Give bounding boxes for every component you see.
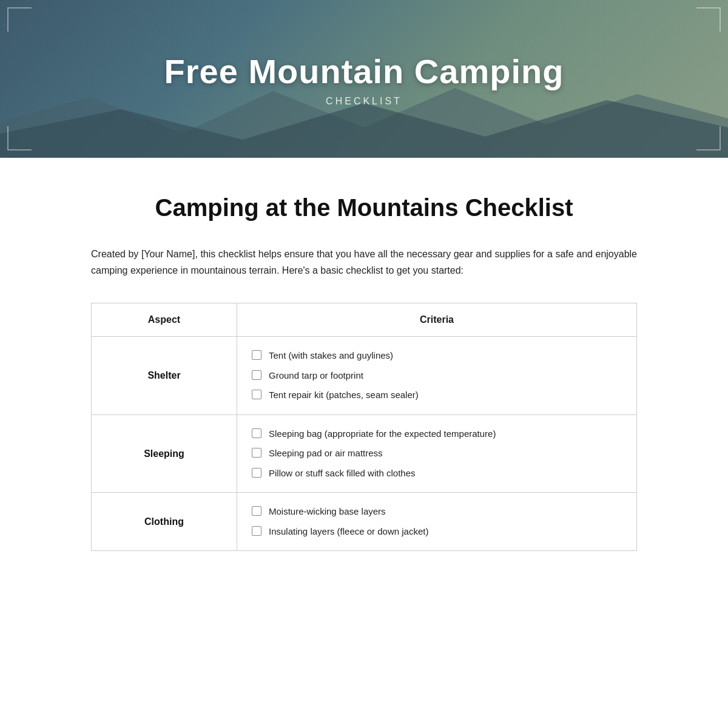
checklist-item: Moisture-wicking base layers bbox=[252, 505, 622, 519]
checkbox[interactable] bbox=[252, 390, 261, 399]
criteria-cell-0: Tent (with stakes and guylines)Ground ta… bbox=[237, 337, 637, 415]
checklist-item: Pillow or stuff sack filled with clothes bbox=[252, 467, 622, 481]
checkbox[interactable] bbox=[252, 448, 261, 458]
item-text: Sleeping bag (appropriate for the expect… bbox=[269, 427, 496, 441]
checkbox[interactable] bbox=[252, 468, 261, 478]
checkbox[interactable] bbox=[252, 428, 261, 438]
checklist-item: Tent (with stakes and guylines) bbox=[252, 349, 622, 363]
corner-decoration-br bbox=[696, 126, 721, 150]
corner-decoration-tr bbox=[696, 7, 721, 32]
col-aspect-header: Aspect bbox=[92, 303, 237, 337]
main-content: Camping at the Mountains Checklist Creat… bbox=[79, 158, 649, 575]
criteria-cell-2: Moisture-wicking base layersInsulating l… bbox=[237, 493, 637, 551]
item-text: Ground tarp or footprint bbox=[269, 369, 363, 383]
item-text: Sleeping pad or air mattress bbox=[269, 447, 383, 461]
item-text: Pillow or stuff sack filled with clothes bbox=[269, 467, 416, 481]
checklist-item: Ground tarp or footprint bbox=[252, 369, 622, 383]
table-row: SleepingSleeping bag (appropriate for th… bbox=[92, 414, 637, 493]
aspect-cell-2: Clothing bbox=[92, 493, 237, 551]
corner-decoration-bl bbox=[7, 126, 32, 150]
intro-paragraph: Created by [Your Name], this checklist h… bbox=[91, 246, 637, 279]
table-row: ShelterTent (with stakes and guylines)Gr… bbox=[92, 337, 637, 415]
checklist-table: Aspect Criteria ShelterTent (with stakes… bbox=[91, 303, 637, 551]
checklist-item: Sleeping bag (appropriate for the expect… bbox=[252, 427, 622, 441]
page-title: Camping at the Mountains Checklist bbox=[91, 194, 637, 221]
item-text: Insulating layers (fleece or down jacket… bbox=[269, 525, 428, 539]
item-text: Tent (with stakes and guylines) bbox=[269, 349, 393, 363]
checkbox[interactable] bbox=[252, 370, 261, 380]
corner-decoration-tl bbox=[7, 7, 32, 32]
item-text: Moisture-wicking base layers bbox=[269, 505, 386, 519]
item-text: Tent repair kit (patches, seam sealer) bbox=[269, 388, 419, 402]
criteria-cell-1: Sleeping bag (appropriate for the expect… bbox=[237, 414, 637, 493]
aspect-cell-1: Sleeping bbox=[92, 414, 237, 493]
checkbox[interactable] bbox=[252, 526, 261, 536]
table-header-row: Aspect Criteria bbox=[92, 303, 637, 337]
hero-section: Free Mountain Camping CHECKLIST bbox=[0, 0, 728, 158]
table-row: ClothingMoisture-wicking base layersInsu… bbox=[92, 493, 637, 551]
col-criteria-header: Criteria bbox=[237, 303, 637, 337]
checklist-item: Tent repair kit (patches, seam sealer) bbox=[252, 388, 622, 402]
aspect-cell-0: Shelter bbox=[92, 337, 237, 415]
checklist-item: Insulating layers (fleece or down jacket… bbox=[252, 525, 622, 539]
checkbox[interactable] bbox=[252, 506, 261, 516]
checkbox[interactable] bbox=[252, 350, 261, 360]
hero-title: Free Mountain Camping bbox=[164, 52, 564, 91]
hero-subtitle: CHECKLIST bbox=[326, 96, 402, 107]
checklist-item: Sleeping pad or air mattress bbox=[252, 447, 622, 461]
